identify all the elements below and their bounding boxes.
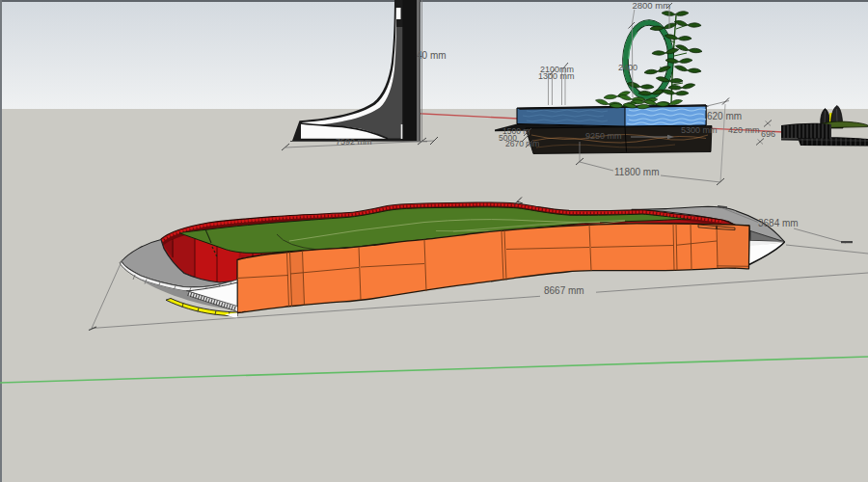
- svg-text:8667 mm: 8667 mm: [544, 285, 584, 296]
- svg-text:7592 mm: 7592 mm: [336, 137, 372, 147]
- svg-text:11800 mm: 11800 mm: [614, 167, 660, 177]
- svg-text:5300 mm: 5300 mm: [681, 125, 718, 135]
- svg-text:3684 mm: 3684 mm: [758, 218, 799, 228]
- svg-text:40 mm: 40 mm: [417, 50, 447, 61]
- svg-text:2800 mm: 2800 mm: [633, 0, 671, 11]
- svg-text:2400: 2400: [618, 63, 637, 72]
- svg-text:1300 mm: 1300 mm: [538, 71, 575, 81]
- svg-text:9250 mm: 9250 mm: [585, 131, 622, 141]
- svg-text:420 mm: 420 mm: [728, 125, 760, 135]
- svg-text:2670 mm: 2670 mm: [505, 139, 539, 148]
- svg-text:696: 696: [761, 129, 775, 139]
